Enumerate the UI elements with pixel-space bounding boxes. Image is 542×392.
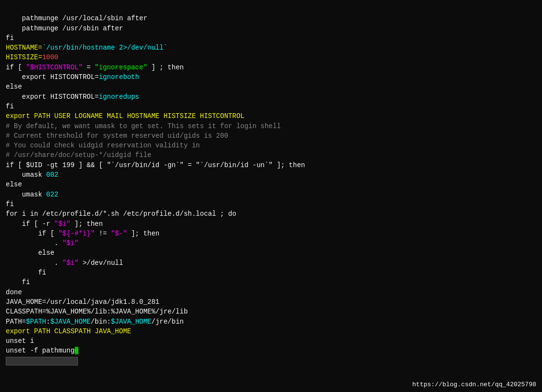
code-line: export HISTCONTROL=ignoredups — [6, 92, 536, 102]
code-line: . "$i" >/dev/null — [6, 258, 536, 268]
code-line: fi — [6, 277, 536, 287]
code-line: HOSTNAME=`/usr/bin/hostname 2>/dev/null` — [6, 43, 536, 52]
code-line: if [ "${-#*i}" != "$-" ]; then — [6, 229, 536, 238]
code-line: fi — [6, 33, 536, 43]
code-block: pathmunge /usr/local/sbin after pathmung… — [0, 0, 542, 370]
code-line: CLASSPATH=%JAVA_HOME%/lib:%JAVA_HOME%/jr… — [6, 307, 536, 316]
code-line: pathmunge /usr/local/sbin after — [6, 13, 536, 23]
code-line: if [ "$HISTCONTROL" = "ignorespace" ] ; … — [6, 63, 536, 72]
code-line: for i in /etc/profile.d/*.sh /etc/profil… — [6, 209, 536, 219]
code-line: JAVA_HOME=/usr/local/java/jdk1.8.0_281 — [6, 297, 536, 307]
code-line: unset -f pathmunge — [6, 346, 536, 355]
code-line: export HISTCONTROL=ignoreboth — [6, 72, 536, 82]
code-line: done — [6, 287, 536, 297]
code-line: umask 002 — [6, 170, 536, 180]
code-line: export PATH CLASSPATH JAVA_HOME — [6, 327, 536, 336]
code-line: # /usr/share/doc/setup-*/uidgid file — [6, 150, 536, 160]
code-line: fi — [6, 268, 536, 277]
code-line: PATH=$PATH:$JAVA_HOME/bin:$JAVA_HOME/jre… — [6, 317, 536, 327]
code-line: else — [6, 180, 536, 189]
code-line: HISTSIZE=1000 — [6, 52, 536, 62]
code-line: else — [6, 248, 536, 258]
code-line: # Current threshold for system reserved … — [6, 131, 536, 141]
code-line: export PATH USER LOGNAME MAIL HOSTNAME H… — [6, 111, 536, 121]
code-line: else — [6, 82, 536, 91]
code-line: . "$i" — [6, 238, 536, 248]
code-line: if [ -r "$i" ]; then — [6, 219, 536, 229]
footer-url: https://blog.csdn.net/qq_42025798 — [413, 381, 536, 388]
code-line: pathmunge /usr/sbin after — [6, 24, 536, 33]
input-line — [6, 356, 536, 366]
code-line: fi — [6, 199, 536, 209]
code-line: fi — [6, 102, 536, 111]
code-line: unset i — [6, 336, 536, 346]
code-line: umask 022 — [6, 190, 536, 199]
code-line: # By default, we want umask to get set. … — [6, 121, 536, 131]
code-line: if [ $UID -gt 199 ] && [ "`/usr/bin/id -… — [6, 160, 536, 170]
code-line: # You could check uidgid reservation val… — [6, 141, 536, 150]
